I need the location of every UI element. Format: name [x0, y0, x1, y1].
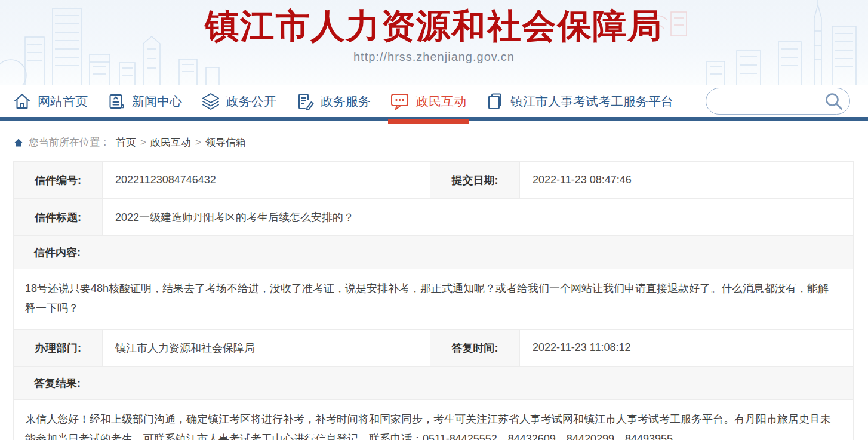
book-icon: [486, 93, 504, 110]
main-nav: 网站首页 新闻中心 政务公开 政务服务: [0, 85, 868, 121]
letter-number-label: 信件编号:: [14, 162, 103, 199]
news-icon: [107, 93, 125, 110]
reply-time-value: 2022-11-23 11:08:12: [520, 330, 854, 367]
site-header: 镇江市人力资源和社会保障局 http://hrss.zhenjiang.gov.…: [0, 0, 868, 85]
nav-item-news[interactable]: 新闻中心: [107, 84, 182, 119]
reply-time-label: 答复时间:: [430, 330, 520, 367]
site-title: 镇江市人力资源和社会保障局: [0, 0, 868, 45]
nav-item-services[interactable]: 政务服务: [296, 84, 371, 119]
home-icon: [13, 93, 31, 110]
table-row-reply-header: 答复结果:: [14, 367, 854, 400]
nav-item-exam-platform[interactable]: 镇江市人事考试考工服务平台: [486, 84, 673, 119]
breadcrumb-separator: >: [195, 137, 201, 149]
nav-item-label: 新闻中心: [132, 93, 182, 110]
nav-item-label: 政民互动: [416, 93, 466, 110]
breadcrumb-link-home[interactable]: 首页: [116, 136, 136, 149]
submit-date-label: 提交日期:: [430, 162, 520, 199]
department-label: 办理部门:: [14, 330, 103, 367]
table-row-content: 18号还说只要48h核酸证明，结果去了考场不给进，没收了准考证，说是安排补考，那…: [14, 269, 854, 330]
table-row-title: 信件标题: 2022一级建造师丹阳考区的考生后续怎么安排的？: [14, 199, 854, 236]
breadcrumb: 您当前所在位置： 首页 > 政民互动 > 领导信箱: [0, 121, 868, 161]
breadcrumb-prefix: 您当前所在位置：: [29, 136, 110, 149]
nav-item-label: 网站首页: [38, 93, 88, 110]
reply-result-label: 答复结果:: [14, 367, 854, 400]
letter-title-label: 信件标题:: [14, 199, 103, 236]
site-url: http://hrss.zhenjiang.gov.cn: [0, 50, 868, 64]
doc-pen-icon: [296, 93, 314, 110]
letter-content-value: 18号还说只要48h核酸证明，结果去了考场不给进，没收了准考证，说是安排补考，那…: [14, 269, 854, 330]
table-row-reply: 来信人您好！经和上级部门沟通，确定镇江考区将进行补考，补考时间将和国家同步，考生…: [14, 400, 854, 440]
nav-item-label: 政务公开: [226, 93, 276, 110]
search-icon: [823, 104, 844, 113]
breadcrumb-link-mailbox[interactable]: 领导信箱: [205, 136, 246, 149]
search-button[interactable]: [823, 91, 844, 112]
reply-result-value: 来信人您好！经和上级部门沟通，确定镇江考区将进行补考，补考时间将和国家同步，考生…: [14, 400, 854, 440]
breadcrumb-link-interaction[interactable]: 政民互动: [150, 136, 191, 149]
nav-item-label: 镇江市人事考试考工服务平台: [510, 93, 673, 110]
letter-detail-table: 信件编号: 20221123084746432 提交日期: 2022-11-23…: [13, 161, 854, 440]
site-search: [706, 88, 850, 115]
chat-icon: [390, 93, 410, 110]
nav-item-disclosure[interactable]: 政务公开: [202, 84, 276, 119]
department-value: 镇江市人力资源和社会保障局: [103, 330, 430, 367]
breadcrumb-separator: >: [140, 137, 146, 149]
table-row-number-date: 信件编号: 20221123084746432 提交日期: 2022-11-23…: [14, 162, 854, 199]
letter-number-value: 20221123084746432: [103, 162, 430, 199]
table-row-dept-replytime: 办理部门: 镇江市人力资源和社会保障局 答复时间: 2022-11-23 11:…: [14, 330, 854, 367]
submit-date-value: 2022-11-23 08:47:46: [520, 162, 854, 199]
nav-item-home[interactable]: 网站首页: [13, 84, 88, 119]
table-row-content-header: 信件内容:: [14, 236, 854, 269]
letter-content-label: 信件内容:: [14, 236, 854, 269]
nav-item-interaction[interactable]: 政民互动: [390, 84, 466, 119]
layers-icon: [202, 93, 220, 110]
nav-item-label: 政务服务: [321, 93, 371, 110]
home-icon: [14, 139, 23, 147]
letter-title-value: 2022一级建造师丹阳考区的考生后续怎么安排的？: [103, 199, 854, 236]
